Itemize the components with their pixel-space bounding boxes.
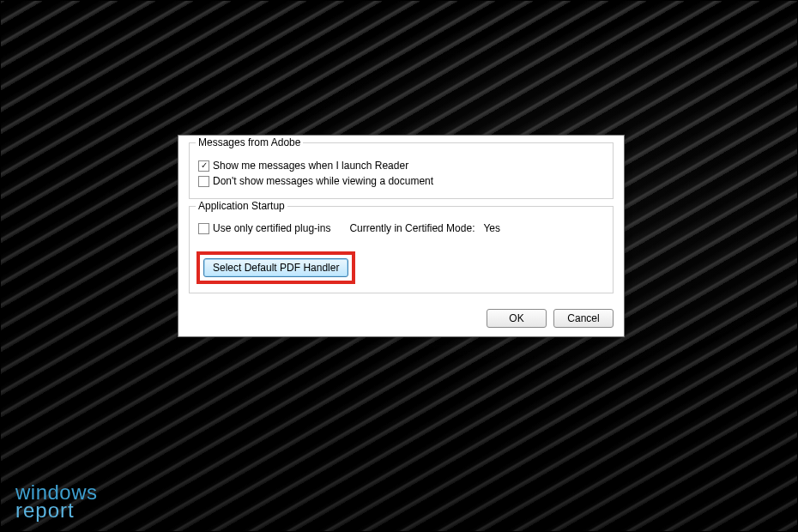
certified-plugins-label: Use only certified plug-ins [213,222,330,234]
show-messages-label: Show me messages when I launch Reader [213,159,408,172]
hide-messages-row[interactable]: Don't show messages while viewing a docu… [198,174,604,188]
certified-mode-value: Yes [483,222,500,234]
show-messages-checkbox[interactable] [198,160,209,172]
select-default-pdf-handler-button[interactable]: Select Default PDF Handler [203,258,348,277]
startup-legend: Application Startup [196,200,287,212]
preferences-dialog: Messages from Adobe Show me messages whe… [178,135,625,337]
startup-group: Application Startup Use only certified p… [189,206,614,293]
hide-messages-label: Don't show messages while viewing a docu… [213,174,433,188]
dialog-button-row: OK Cancel [189,300,614,328]
certified-plugins-checkbox[interactable] [198,223,209,234]
ok-button[interactable]: OK [487,309,547,328]
messages-group: Messages from Adobe Show me messages whe… [189,142,614,199]
hide-messages-checkbox[interactable] [198,176,209,187]
watermark-line2: report [15,501,98,520]
messages-legend: Messages from Adobe [196,136,303,148]
cancel-button[interactable]: Cancel [553,309,614,328]
show-messages-row[interactable]: Show me messages when I launch Reader [198,159,604,172]
watermark: windows report [15,483,98,520]
certified-plugins-row[interactable]: Use only certified plug-ins Currently in… [198,222,604,234]
highlight-box: Select Default PDF Handler [196,251,355,284]
certified-mode-label: Currently in Certified Mode: [349,222,475,234]
